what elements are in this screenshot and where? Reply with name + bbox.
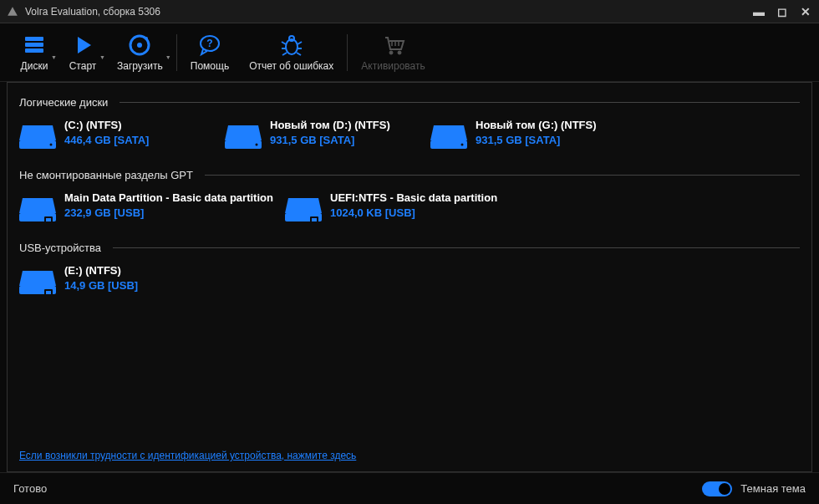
app-icon [7,6,18,18]
hdd-icon [225,119,262,152]
disc-icon [128,33,151,57]
drive-name: UEFI:NTFS - Basic data partition [330,191,497,204]
disks-button[interactable]: Диски ▼ [10,28,58,77]
theme-toggle[interactable] [702,481,732,496]
separator [347,34,348,71]
usb-drive-icon [285,191,322,225]
section-logical: Логические диски [19,96,800,109]
svg-point-5 [145,37,148,40]
svg-rect-1 [25,43,43,47]
svg-line-14 [282,53,287,55]
divider [113,247,800,248]
section-usb: USB-устройства [19,242,800,254]
svg-rect-35 [46,291,51,294]
drive-name: Main Data Partition - Basic data partiti… [64,191,273,204]
drive-item[interactable]: Новый том (D:) (NTFS)931,5 GB [SATA] [225,119,424,152]
hdd-icon [19,119,56,152]
drive-name: (E:) (NTFS) [64,264,138,277]
minimize-button[interactable]: ▬ [752,5,766,18]
svg-point-26 [461,144,464,146]
svg-line-10 [282,42,286,44]
drive-item[interactable]: (E:) (NTFS)14,9 GB [USB] [19,264,218,298]
svg-rect-29 [46,218,51,221]
drive-size: 1024,0 KB [USB] [330,206,497,219]
drive-size: 931,5 GB [SATA] [270,134,390,146]
section-gpt: Не смонтированные разделы GPT [19,169,800,181]
start-label: Старт [69,60,97,72]
section-title: Логические диски [19,96,108,109]
disks-icon [23,33,46,57]
drive-size: 931,5 GB [SATA] [476,134,597,146]
close-button[interactable]: ✕ [799,5,812,18]
bugreport-label: Отчет об ошибках [249,60,333,72]
disks-label: Диски [21,60,48,72]
divider [120,102,800,103]
divider [205,175,800,176]
drive-name: Новый том (D:) (NTFS) [270,119,390,131]
svg-rect-0 [25,37,43,41]
status-text: Готово [13,482,702,495]
help-label: Помощь [191,60,229,72]
help-icon: ? [198,33,221,57]
svg-point-17 [398,51,401,54]
load-label: Загрузить [117,60,163,72]
help-button[interactable]: ? Помощь [181,28,239,77]
cart-icon [382,33,405,57]
drive-size: 446,4 GB [SATA] [64,134,149,146]
window-title: Volга Evaluation, сборка 5306 [25,6,752,18]
drive-size: 232,9 GB [USB] [64,206,273,219]
svg-rect-32 [312,218,317,221]
statusbar: Готово Темная тема [0,472,819,504]
svg-point-22 [50,144,53,146]
titlebar: Volга Evaluation, сборка 5306 ▬ ◻ ✕ [0,0,819,23]
svg-text:?: ? [206,38,212,49]
play-icon [71,33,94,57]
svg-point-24 [256,144,258,146]
section-title: USB-устройства [19,242,101,254]
drive-name: (C:) (NTFS) [64,119,149,131]
help-link[interactable]: Если возникли трудности с идентификацией… [19,450,800,461]
usb-drive-icon [19,264,56,298]
svg-line-11 [298,42,302,44]
theme-label: Темная тема [740,482,806,495]
toolbar: Диски ▼ Старт ▼ Загрузить ▼ ? Помощь [0,23,819,82]
load-button[interactable]: Загрузить ▼ [107,28,173,77]
content-area: Логические диски (C:) (NTFS)446,4 GB [SA… [7,82,812,472]
dropdown-icon: ▼ [99,54,105,60]
drive-name: Новый том (G:) (NTFS) [476,119,597,131]
usb-drive-icon [19,191,56,225]
svg-point-4 [137,43,142,48]
separator [176,34,177,71]
drive-item[interactable]: UEFI:NTFS - Basic data partition1024,0 K… [285,191,544,225]
bug-icon [280,33,303,57]
start-button[interactable]: Старт ▼ [58,28,107,77]
drive-item[interactable]: Main Data Partition - Basic data partiti… [19,191,278,225]
svg-point-16 [389,51,393,54]
drive-size: 14,9 GB [USB] [64,279,138,292]
dropdown-icon: ▼ [51,54,57,60]
activate-button[interactable]: Активировать [351,28,435,77]
maximize-button[interactable]: ◻ [776,5,789,18]
activate-label: Активировать [361,60,425,72]
section-title: Не смонтированные разделы GPT [19,169,193,181]
svg-rect-2 [25,48,43,53]
dropdown-icon: ▼ [165,54,171,60]
drive-item[interactable]: Новый том (G:) (NTFS)931,5 GB [SATA] [430,119,629,152]
drive-item[interactable]: (C:) (NTFS)446,4 GB [SATA] [19,119,218,152]
hdd-icon [430,119,467,152]
bugreport-button[interactable]: Отчет об ошибках [239,28,343,77]
svg-line-15 [297,53,301,55]
